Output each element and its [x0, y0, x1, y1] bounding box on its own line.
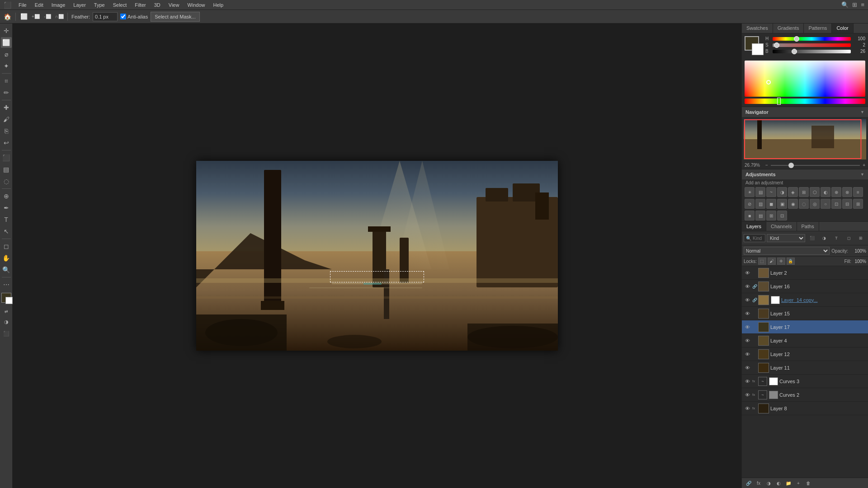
adjustments-header[interactable]: Adjustments ▼ — [742, 169, 868, 179]
colorlookup-icon[interactable]: ≡ — [853, 187, 863, 197]
hue-bar-thumb[interactable] — [777, 98, 781, 105]
layer-item-curves2[interactable]: 👁 fx ~ Curves 2 — [742, 388, 868, 402]
filter-pixel-icon[interactable]: ⬛ — [807, 233, 817, 244]
layer-link-curves2[interactable]: fx — [752, 393, 757, 397]
menu-item-select[interactable]: Select — [109, 1, 131, 9]
add-style-icon[interactable]: fx — [755, 479, 763, 487]
marquee-tool[interactable]: ⬜ — [1, 37, 12, 48]
adjustments-collapse-arrow[interactable]: ▼ — [860, 172, 864, 177]
layer-item-layer14copy[interactable]: 👁 🔗 Layer_14 copy... — [742, 293, 868, 307]
layer-vis-curves3[interactable]: 👁 — [744, 378, 751, 385]
filter-adj-icon[interactable]: ◑ — [819, 233, 830, 244]
layer-vis-layer16[interactable]: 👁 — [744, 283, 751, 290]
zoom-slider[interactable] — [771, 165, 860, 166]
add-adjustment-icon[interactable]: ◐ — [774, 479, 783, 487]
pattern-fill-icon[interactable]: ⊞ — [766, 211, 776, 221]
layer-link-layer14copy[interactable]: 🔗 — [752, 298, 757, 302]
frame-icon[interactable]: ⊡ — [777, 211, 787, 221]
blend-mode-select[interactable]: Normal Dissolve Multiply Screen Overlay — [744, 247, 830, 255]
hand-tool[interactable]: ✋ — [1, 253, 12, 263]
feather-input[interactable] — [93, 12, 118, 21]
layer-vis-layer2[interactable]: 👁 — [744, 269, 751, 277]
filter-shape-icon[interactable]: ◻ — [843, 233, 854, 244]
brightness-icon[interactable]: ☀ — [745, 187, 755, 197]
tab-channels[interactable]: Channels — [766, 222, 797, 231]
menu-item-edit[interactable]: Edit — [31, 1, 47, 9]
add-group-icon[interactable]: 📁 — [784, 479, 793, 487]
layer-item-curves3[interactable]: 👁 fx ~ Curves 3 — [742, 375, 868, 388]
color-spectrum[interactable] — [745, 61, 865, 97]
curves-icon[interactable]: ~ — [766, 187, 776, 197]
foreground-color[interactable] — [1, 293, 11, 303]
menu-item-3d[interactable]: 3D — [151, 1, 164, 9]
tab-swatches[interactable]: Swatches — [742, 23, 773, 33]
layer-vis-layer4[interactable]: 👁 — [744, 337, 751, 344]
more-tools[interactable]: ⋯ — [1, 279, 12, 290]
add-marquee-icon[interactable]: +⬜ — [31, 12, 40, 21]
move-tool[interactable]: ✛ — [1, 25, 12, 36]
brush-tool[interactable]: 🖌 — [1, 114, 12, 125]
search-icon[interactable]: 🔍 — [841, 1, 849, 8]
layer-item-layer15[interactable]: 👁 Layer 15 — [742, 307, 868, 320]
layer-item-layer17[interactable]: 👁 Layer 17 — [742, 320, 868, 334]
clone-tool[interactable]: ⎘ — [1, 126, 12, 136]
hsl-icon[interactable]: ⊞ — [799, 187, 809, 197]
navigator-preview[interactable] — [744, 119, 866, 160]
layer-item-layer8[interactable]: 👁 fx Layer 8 — [742, 402, 868, 415]
select-and-mask-button[interactable]: Select and Mask... — [151, 12, 200, 22]
channelmix-icon[interactable]: ⊗ — [842, 187, 852, 197]
lock-position-icon[interactable]: ✛ — [777, 258, 785, 265]
lock-image-icon[interactable]: 🖌 — [768, 258, 776, 265]
selective-color-icon[interactable]: ◉ — [788, 199, 798, 209]
zoom-out-icon[interactable]: − — [765, 163, 768, 168]
posterize-icon[interactable]: ▥ — [755, 199, 765, 209]
navigator-collapse-arrow[interactable]: ▼ — [860, 110, 864, 114]
quick-mask-icon[interactable]: ◑ — [1, 316, 12, 327]
layer-link-layer16[interactable]: 🔗 — [752, 284, 757, 289]
subtract-marquee-icon[interactable]: -⬜ — [43, 12, 52, 21]
link-layers-icon[interactable]: 🔗 — [745, 479, 753, 487]
zoom-tool[interactable]: 🔍 — [1, 264, 12, 275]
layer-item-layer16[interactable]: 👁 🔗 Layer 16 — [742, 280, 868, 293]
lasso-tool[interactable]: ⌀ — [1, 49, 12, 60]
crop-tool[interactable]: ⌗ — [1, 75, 12, 86]
hdr-icon[interactable]: ◎ — [810, 199, 820, 209]
heal-tool[interactable]: ✚ — [1, 102, 12, 113]
layer-vis-layer15[interactable]: 👁 — [744, 310, 751, 317]
tab-layers[interactable]: Layers — [742, 222, 766, 231]
zoom-thumb[interactable] — [788, 163, 794, 168]
bright-thumb[interactable] — [792, 49, 797, 54]
shadows-icon[interactable]: ◌ — [799, 199, 809, 209]
menu-item-help[interactable]: Help — [210, 1, 227, 9]
tab-patterns[interactable]: Patterns — [804, 23, 832, 33]
color-switch-icon[interactable]: ⇄ — [5, 309, 8, 314]
levels-icon[interactable]: ▤ — [755, 187, 765, 197]
tab-gradients[interactable]: Gradients — [773, 23, 804, 33]
photofilter-icon[interactable]: ⊕ — [831, 187, 841, 197]
panel-icon[interactable]: ≡ — [861, 1, 864, 8]
add-layer-icon[interactable]: + — [794, 479, 802, 487]
intersect-marquee-icon[interactable]: ∩⬜ — [55, 12, 64, 21]
blur-tool[interactable]: ◌ — [1, 176, 12, 187]
menu-item-view[interactable]: View — [165, 1, 183, 9]
history-brush-tool[interactable]: ↩ — [1, 137, 12, 148]
eraser-tool[interactable]: ⬛ — [1, 152, 12, 163]
layer-item-layer4[interactable]: 👁 Layer 4 — [742, 334, 868, 347]
menu-item-filter[interactable]: Filter — [131, 1, 149, 9]
layers-search[interactable]: 🔍 — [744, 234, 765, 242]
filter-type-icon[interactable]: T — [831, 233, 842, 244]
layer-kind-select[interactable]: Kind Name Effect Mode Attribute Color Sm… — [767, 234, 805, 242]
invert-icon[interactable]: ⊘ — [745, 199, 755, 209]
match-color-icon[interactable]: ⊡ — [831, 199, 841, 209]
eyedropper-tool[interactable]: ✏ — [1, 87, 12, 98]
menu-item-window[interactable]: Window — [184, 1, 208, 9]
add-mask-icon[interactable]: ◑ — [764, 479, 773, 487]
menu-item-type[interactable]: Type — [90, 1, 108, 9]
bw-icon[interactable]: ◐ — [821, 187, 830, 197]
layer-item-layer12[interactable]: 👁 Layer 12 — [742, 347, 868, 361]
sat-thumb[interactable] — [774, 42, 779, 48]
desat-icon[interactable]: ○ — [821, 199, 830, 209]
layer-item-layer11[interactable]: 👁 Layer 11 — [742, 361, 868, 375]
pen-tool[interactable]: ✒ — [1, 202, 12, 213]
layer-vis-layer14copy[interactable]: 👁 — [744, 296, 751, 304]
